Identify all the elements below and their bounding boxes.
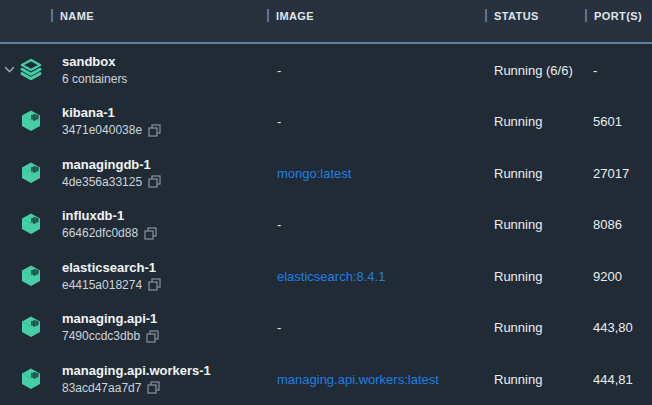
column-header-label: STATUS [494,10,539,22]
container-row[interactable]: managingdb-1 4de356a33125 mongo:latest R… [0,147,652,199]
copy-icon[interactable] [148,124,161,137]
container-ports: 443,80 [593,320,633,335]
container-ports: 5601 [593,114,622,129]
copy-icon[interactable] [146,330,159,343]
container-id: 83acd47aa7d7 [62,381,141,395]
name-cell: managing.api-1 7490ccdc3dbb [62,311,159,343]
name-cell: kibana-1 3471e040038e [62,105,161,137]
container-image: - [277,62,281,77]
container-name: sandbox [62,54,127,69]
container-subline: 3471e040038e [62,123,161,137]
container-image: - [277,114,281,129]
container-subline: 6 containers [62,72,127,86]
copy-icon[interactable] [148,175,161,188]
container-id: 66462dfc0d88 [62,226,138,240]
container-ports: - [593,62,597,77]
container-id: 6 containers [62,72,127,86]
column-header-image: IMAGE [267,9,314,22]
column-divider [585,9,587,22]
group-row[interactable]: sandbox 6 containers - Running (6/6) - [0,44,652,96]
column-divider [267,9,269,22]
container-status: Running (6/6) [494,62,573,77]
name-cell: elasticsearch-1 e4415a018274 [62,260,161,292]
container-status: Running [494,217,542,232]
chevron-down-icon[interactable] [4,66,15,74]
image-link[interactable]: managing.api.workers:latest [277,371,439,386]
name-cell: sandbox 6 containers [62,54,127,86]
copy-icon[interactable] [144,227,157,240]
container-status: Running [494,268,542,283]
container-ports: 27017 [593,165,629,180]
container-icon [19,315,43,339]
container-subline: e4415a018274 [62,278,161,292]
column-header-status: STATUS [485,9,539,22]
container-id: 3471e040038e [62,123,142,137]
container-status: Running [494,114,542,129]
container-name: managingdb-1 [62,157,161,172]
container-subline: 83acd47aa7d7 [62,381,211,395]
containers-list: sandbox 6 containers - Running (6/6) - k… [0,44,652,405]
container-icon [19,109,43,133]
container-name: kibana-1 [62,105,161,120]
column-header-name: NAME [51,9,94,22]
container-ports: 444,81 [593,371,633,386]
container-name: influxdb-1 [62,208,157,223]
container-image: - [277,217,281,232]
column-divider [51,9,53,22]
container-icon [19,212,43,236]
container-image: - [277,320,281,335]
column-header-label: NAME [60,10,94,22]
image-link[interactable]: mongo:latest [277,165,351,180]
container-id: 7490ccdc3dbb [62,329,140,343]
container-row[interactable]: kibana-1 3471e040038e - Running 5601 [0,96,652,148]
column-header-label: IMAGE [276,10,314,22]
container-row[interactable]: managing.api.workers-1 83acd47aa7d7 mana… [0,353,652,405]
container-name: managing.api.workers-1 [62,363,211,378]
container-row[interactable]: elasticsearch-1 e4415a018274 elasticsear… [0,250,652,302]
container-id: e4415a018274 [62,278,142,292]
name-cell: managing.api.workers-1 83acd47aa7d7 [62,363,211,395]
name-cell: managingdb-1 4de356a33125 [62,157,161,189]
container-name: elasticsearch-1 [62,260,161,275]
column-header-label: PORT(S) [594,10,642,22]
column-header-ports: PORT(S) [585,9,642,22]
container-ports: 8086 [593,217,622,232]
copy-icon[interactable] [148,278,161,291]
image-link[interactable]: elasticsearch:8.4.1 [277,268,385,283]
container-status: Running [494,371,542,386]
container-status: Running [494,320,542,335]
column-divider [485,9,487,22]
container-row[interactable]: managing.api-1 7490ccdc3dbb - Running 44… [0,302,652,354]
container-subline: 66462dfc0d88 [62,226,157,240]
container-status: Running [494,165,542,180]
container-icon [19,264,43,288]
container-subline: 4de356a33125 [62,175,161,189]
table-header: NAME IMAGE STATUS PORT(S) [0,0,652,44]
containers-table: NAME IMAGE STATUS PORT(S) [0,0,652,405]
copy-icon[interactable] [147,381,160,394]
container-subline: 7490ccdc3dbb [62,329,159,343]
container-icon [19,367,43,391]
container-ports: 9200 [593,268,622,283]
container-icon [19,161,43,185]
container-row[interactable]: influxdb-1 66462dfc0d88 - Running 8086 [0,199,652,251]
name-cell: influxdb-1 66462dfc0d88 [62,208,157,240]
container-name: managing.api-1 [62,311,159,326]
stack-icon [19,58,43,82]
container-id: 4de356a33125 [62,175,142,189]
